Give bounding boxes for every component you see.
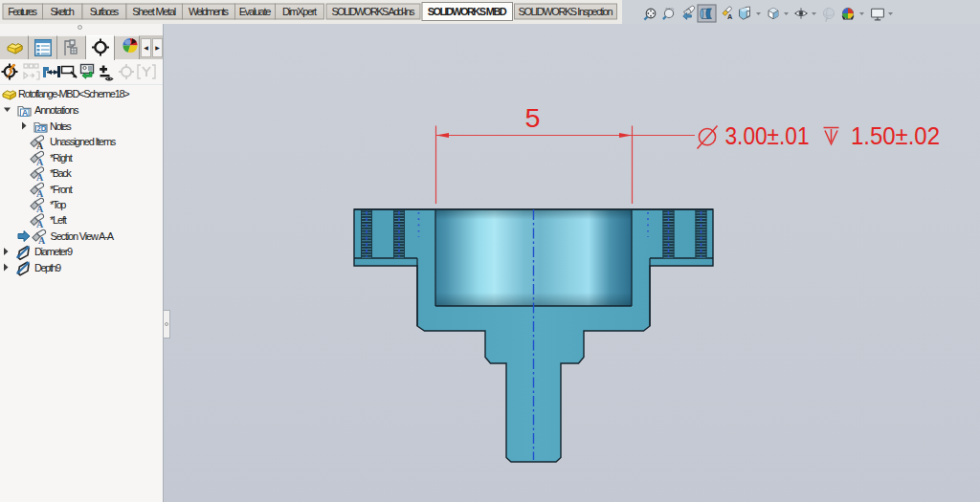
svg-text:Surfaces: Surfaces	[90, 6, 120, 17]
svg-text:A: A	[22, 108, 28, 118]
svg-text:Evaluate: Evaluate	[239, 6, 272, 17]
svg-text:*Left: *Left	[50, 214, 67, 226]
svg-text:*Front: *Front	[50, 184, 73, 195]
svg-text:SOLIDWORKS Inspection: SOLIDWORKS Inspection	[519, 6, 613, 17]
svg-text:A: A	[727, 12, 733, 21]
svg-text:2D: 2D	[37, 124, 47, 133]
svg-text:Weldments: Weldments	[189, 6, 230, 17]
svg-text:Annotations: Annotations	[34, 104, 79, 116]
svg-text:Depth9: Depth9	[34, 262, 61, 273]
svg-text:DimXpert: DimXpert	[282, 6, 317, 17]
svg-text:*Right: *Right	[50, 152, 73, 164]
svg-text:SOLIDWORKS MBD: SOLIDWORKS MBD	[428, 6, 507, 17]
svg-text:Notes: Notes	[50, 120, 72, 132]
svg-text:Features: Features	[8, 6, 37, 17]
svg-text:Unassigned Items: Unassigned Items	[50, 136, 117, 147]
svg-text:Sheet Metal: Sheet Metal	[132, 6, 176, 17]
svg-text:Diameter9: Diameter9	[34, 246, 73, 257]
svg-text:*Top: *Top	[50, 199, 66, 210]
svg-text:*Back: *Back	[50, 167, 72, 179]
svg-text:Rotoflange-MBD<Scheme18>: Rotoflange-MBD<Scheme18>	[18, 88, 130, 99]
svg-text:Sketch: Sketch	[51, 6, 75, 17]
svg-text:SOLIDWORKS Add-Ins: SOLIDWORKS Add-Ins	[332, 6, 416, 17]
svg-text:Section View A-A: Section View A-A	[51, 230, 115, 242]
